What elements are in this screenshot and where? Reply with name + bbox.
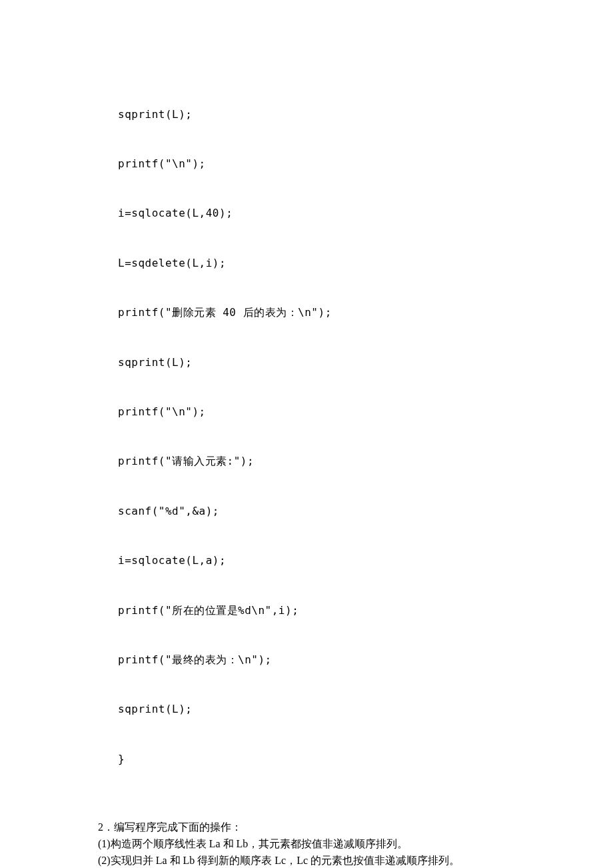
problem-section: 2．编写程序完成下面的操作： (1)构造两个顺序线性表 La 和 Lb，其元素都… (98, 819, 613, 868)
problem-sub-1: (1)构造两个顺序线性表 La 和 Lb，其元素都按值非递减顺序排列。 (98, 836, 613, 853)
code-line: printf("删除元素 40 后的表为：\n"); (118, 305, 613, 321)
code-line: sqprint(L); (118, 355, 613, 371)
problem-sub-2: (2)实现归并 La 和 Lb 得到新的顺序表 Lc，Lc 的元素也按值非递减顺… (98, 853, 613, 868)
page-container: sqprint(L); printf("\n"); i=sqlocate(L,4… (0, 0, 613, 868)
code-line: printf("最终的表为：\n"); (118, 652, 613, 669)
code-line: i=sqlocate(L,40); (118, 205, 613, 222)
code-line: i=sqlocate(L,a); (118, 553, 613, 569)
code-line: printf("所在的位置是%d\n",i); (118, 603, 613, 619)
problem-heading: 2．编写程序完成下面的操作： (98, 819, 613, 836)
code-block-1: sqprint(L); printf("\n"); i=sqlocate(L,4… (118, 73, 613, 801)
code-line: printf("\n"); (118, 404, 613, 421)
code-line: } (118, 751, 613, 768)
code-line: printf("\n"); (118, 156, 613, 173)
code-line: sqprint(L); (118, 701, 613, 718)
code-line: sqprint(L); (118, 107, 613, 123)
code-line: scanf("%d",&a); (118, 503, 613, 520)
code-line: L=sqdelete(L,i); (118, 255, 613, 272)
code-line: printf("请输入元素:"); (118, 453, 613, 470)
